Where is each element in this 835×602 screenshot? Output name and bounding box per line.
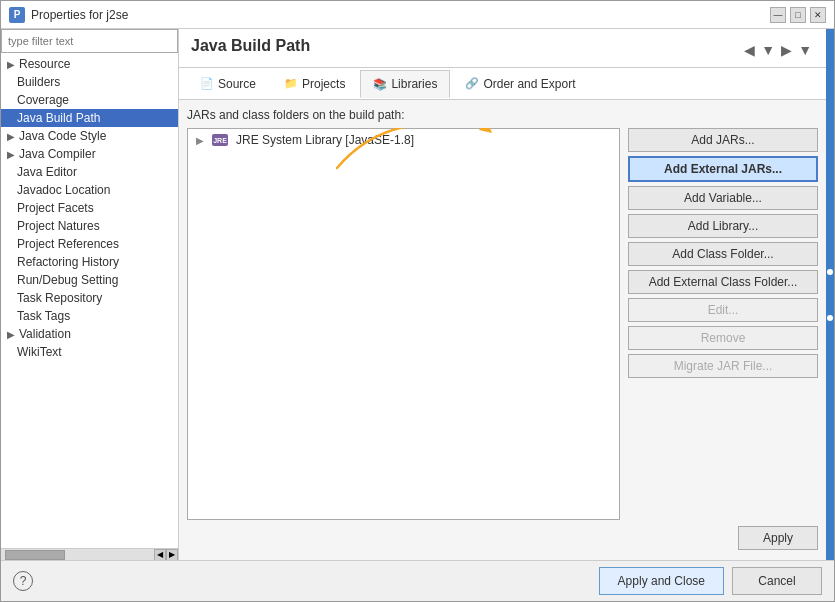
nav-forward-button[interactable]: ▶ bbox=[779, 40, 794, 60]
sidebar-item-refactoring-history[interactable]: Refactoring History bbox=[1, 253, 178, 271]
lib-item-label: JRE System Library [JavaSE-1.8] bbox=[236, 133, 414, 147]
content-area: Java Build Path ◀ ▼ ▶ ▼ 📄Source📁Projects… bbox=[179, 29, 826, 560]
sidebar-item-project-references[interactable]: Project References bbox=[1, 235, 178, 253]
remove-button: Remove bbox=[628, 326, 818, 350]
tab-label-order-export: Order and Export bbox=[483, 77, 575, 91]
sidebar-tree: ▶ResourceBuildersCoverageJava Build Path… bbox=[1, 53, 178, 548]
tab-icon-projects: 📁 bbox=[284, 77, 298, 90]
edit-button: Edit... bbox=[628, 298, 818, 322]
tab-icon-source: 📄 bbox=[200, 77, 214, 90]
tabs-bar: 📄Source📁Projects📚Libraries🔗Order and Exp… bbox=[179, 68, 826, 100]
sidebar-item-java-compiler[interactable]: ▶Java Compiler bbox=[1, 145, 178, 163]
page-title: Java Build Path bbox=[191, 37, 310, 55]
maximize-button[interactable]: □ bbox=[790, 7, 806, 23]
apply-row: Apply bbox=[187, 520, 818, 552]
sidebar-item-coverage[interactable]: Coverage bbox=[1, 91, 178, 109]
lib-item-arrow: ▶ bbox=[196, 135, 204, 146]
scrollbar-thumb[interactable] bbox=[5, 550, 65, 560]
filter-input[interactable] bbox=[1, 29, 178, 53]
sidebar-item-task-repository[interactable]: Task Repository bbox=[1, 289, 178, 307]
scroll-left-button[interactable]: ◀ bbox=[154, 549, 166, 561]
library-item[interactable]: ▶ JRE JRE System Library [JavaSE-1.8] bbox=[188, 129, 619, 151]
sidebar-item-java-editor[interactable]: Java Editor bbox=[1, 163, 178, 181]
add-external-jars-button[interactable]: Add External JARs... bbox=[628, 156, 818, 182]
tab-projects[interactable]: 📁Projects bbox=[271, 70, 358, 98]
sidebar-item-java-code-style[interactable]: ▶Java Code Style bbox=[1, 127, 178, 145]
sidebar-item-java-build-path[interactable]: Java Build Path bbox=[1, 109, 178, 127]
tab-icon-order-export: 🔗 bbox=[465, 77, 479, 90]
scroll-arrows: ◀ ▶ bbox=[154, 549, 178, 561]
cancel-button[interactable]: Cancel bbox=[732, 567, 822, 595]
library-tree: ▶ JRE JRE System Library [JavaSE-1.8] bbox=[187, 128, 620, 520]
sidebar: ▶ResourceBuildersCoverageJava Build Path… bbox=[1, 29, 179, 560]
properties-dialog: P Properties for j2se — □ ✕ ▶ResourceBui… bbox=[0, 0, 835, 602]
nav-back-button[interactable]: ◀ bbox=[742, 40, 757, 60]
edge-dot-2 bbox=[827, 315, 833, 321]
sidebar-item-run-debug-setting[interactable]: Run/Debug Setting bbox=[1, 271, 178, 289]
add-external-class-folder-button[interactable]: Add External Class Folder... bbox=[628, 270, 818, 294]
add-library-button[interactable]: Add Library... bbox=[628, 214, 818, 238]
lib-buttons: Add JARs...Add External JARs...Add Varia… bbox=[628, 128, 818, 520]
scroll-right-button[interactable]: ▶ bbox=[166, 549, 178, 561]
right-edge-accent bbox=[826, 29, 834, 560]
tab-order-export[interactable]: 🔗Order and Export bbox=[452, 70, 588, 98]
titlebar: P Properties for j2se — □ ✕ bbox=[1, 1, 834, 29]
add-class-folder-button[interactable]: Add Class Folder... bbox=[628, 242, 818, 266]
tab-label-libraries: Libraries bbox=[391, 77, 437, 91]
bottom-buttons: Apply and Close Cancel bbox=[599, 567, 822, 595]
lib-item-icon: JRE bbox=[212, 134, 228, 146]
add-jars-button[interactable]: Add JARs... bbox=[628, 128, 818, 152]
libraries-panel: ▶ JRE JRE System Library [JavaSE-1.8] Ad… bbox=[187, 128, 818, 520]
sidebar-item-project-natures[interactable]: Project Natures bbox=[1, 217, 178, 235]
tab-source[interactable]: 📄Source bbox=[187, 70, 269, 98]
sidebar-item-wikitext[interactable]: WikiText bbox=[1, 343, 178, 361]
add-variable-button[interactable]: Add Variable... bbox=[628, 186, 818, 210]
content-header: Java Build Path ◀ ▼ ▶ ▼ bbox=[179, 29, 826, 68]
tab-label-projects: Projects bbox=[302, 77, 345, 91]
help-button[interactable]: ? bbox=[13, 571, 33, 591]
sidebar-item-project-facets[interactable]: Project Facets bbox=[1, 199, 178, 217]
bottom-bar: ? Apply and Close Cancel bbox=[1, 560, 834, 601]
edge-dot-1 bbox=[827, 269, 833, 275]
migrate-jar-button: Migrate JAR File... bbox=[628, 354, 818, 378]
sidebar-item-validation[interactable]: ▶Validation bbox=[1, 325, 178, 343]
tab-icon-libraries: 📚 bbox=[373, 78, 387, 91]
tab-label-source: Source bbox=[218, 77, 256, 91]
description-text: JARs and class folders on the build path… bbox=[187, 108, 818, 122]
apply-button[interactable]: Apply bbox=[738, 526, 818, 550]
nav-arrows: ◀ ▼ ▶ ▼ bbox=[742, 40, 814, 60]
titlebar-controls: — □ ✕ bbox=[770, 7, 826, 23]
window-icon: P bbox=[9, 7, 25, 23]
sidebar-item-javadoc-location[interactable]: Javadoc Location bbox=[1, 181, 178, 199]
sidebar-item-builders[interactable]: Builders bbox=[1, 73, 178, 91]
tab-libraries[interactable]: 📚Libraries bbox=[360, 70, 450, 98]
nav-forward-dropdown-button[interactable]: ▼ bbox=[796, 40, 814, 60]
main-layout: ▶ResourceBuildersCoverageJava Build Path… bbox=[1, 29, 834, 560]
content-body: JARs and class folders on the build path… bbox=[179, 100, 826, 560]
apply-and-close-button[interactable]: Apply and Close bbox=[599, 567, 724, 595]
window-title: Properties for j2se bbox=[31, 8, 128, 22]
sidebar-item-resource[interactable]: ▶Resource bbox=[1, 55, 178, 73]
sidebar-scrollbar: ◀ ▶ bbox=[1, 548, 178, 560]
sidebar-item-task-tags[interactable]: Task Tags bbox=[1, 307, 178, 325]
nav-dropdown-button[interactable]: ▼ bbox=[759, 40, 777, 60]
minimize-button[interactable]: — bbox=[770, 7, 786, 23]
close-button[interactable]: ✕ bbox=[810, 7, 826, 23]
titlebar-left: P Properties for j2se bbox=[9, 7, 128, 23]
